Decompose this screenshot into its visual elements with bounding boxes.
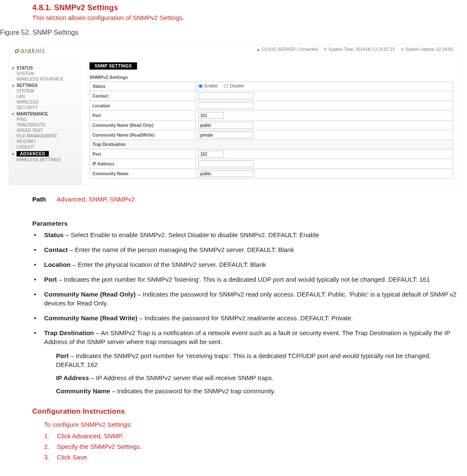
param-trap-port: Port – Indicates the SNMPv2 port number … bbox=[56, 351, 459, 369]
systime-value: 2014-06-13 22:07:15 bbox=[355, 47, 395, 52]
sidebar-item-wireless-settings[interactable]: WIRELESS SETTINGS bbox=[17, 157, 78, 162]
sidebar-item-ping[interactable]: PING bbox=[17, 117, 78, 122]
param-trap-dest: Trap Destination – An SNMPv2 Trap is a n… bbox=[32, 328, 459, 395]
screenshot-panel: araknis ▲CLOUD SERVER: Connected ↻System… bbox=[8, 44, 459, 185]
status-disable-radio[interactable] bbox=[224, 84, 228, 88]
param-comm-rw: Community Name (Read Write) – Indicates … bbox=[32, 314, 459, 322]
row-location-label: Location bbox=[90, 101, 196, 111]
systime-label: System Time: bbox=[328, 47, 354, 52]
row-comm-ro-label: Community Name (Read Only) bbox=[90, 120, 196, 130]
sidebar-item-wireless-interface[interactable]: WIRELESS INTERFACE bbox=[17, 77, 78, 81]
refresh-icon: ↻ bbox=[324, 47, 327, 52]
tab-snmp-settings[interactable]: SNMP SETTINGS bbox=[89, 62, 137, 70]
parameters-list: Status – Select Enable to enable SNMPv2.… bbox=[32, 230, 459, 395]
sidebar: ✔STATUS SYSTEM WIRELESS INTERFACE ●SETTI… bbox=[9, 62, 82, 185]
sidebar-item-logout[interactable]: LOGOUT bbox=[17, 145, 78, 149]
figure-caption: Figure 52. SNMP Settings bbox=[0, 29, 467, 36]
step-2: Specify the SNMPv2 Settings. bbox=[44, 443, 467, 450]
row-comm-rw-label: Community Name (Read/Write) bbox=[90, 130, 196, 140]
sidebar-item-restart[interactable]: RESTART bbox=[17, 139, 78, 144]
uptime-value: 02:14:00 bbox=[436, 47, 453, 52]
status-bar: ▲CLOUD SERVER: Connected ↻System Time: 2… bbox=[256, 47, 453, 52]
dot-icon: ● bbox=[11, 83, 16, 88]
panel-title: SNMPv2 Settings bbox=[89, 75, 453, 80]
comm-ro-input[interactable] bbox=[199, 122, 254, 129]
port-input[interactable] bbox=[199, 112, 224, 119]
check-icon: ✔ bbox=[11, 66, 16, 70]
config-intro: To configure SNMPv2 Settings: bbox=[44, 421, 467, 428]
row-trap-dest: Trap Destination bbox=[90, 140, 453, 149]
path-label: Path bbox=[32, 196, 46, 203]
trap-port-input[interactable] bbox=[199, 151, 224, 157]
config-heading: Configuration Instructions bbox=[32, 407, 467, 416]
sidebar-item-traceroute[interactable]: TRACEROUTE bbox=[17, 123, 78, 127]
sidebar-item-system2[interactable]: SYSTEM bbox=[17, 89, 78, 93]
param-port: Port – Indicates the port number for SNM… bbox=[32, 275, 459, 284]
path-value: Advanced, SNMP, SNMPv2 bbox=[57, 196, 135, 203]
param-trap-ip: IP Address – IP Address of the SNMPv2 se… bbox=[56, 373, 459, 382]
status-disable-label: Disable bbox=[230, 84, 244, 88]
param-comm-ro: Community Name (Read Only) – Indicates t… bbox=[32, 290, 459, 308]
param-trap-comm: Community Name – Indicates the password … bbox=[56, 386, 459, 395]
check-icon: ✔ bbox=[11, 112, 16, 116]
snmp-settings-table: Status Enable Disable Contact Location P… bbox=[89, 81, 453, 179]
step-1: Click Advanced, SNMP. bbox=[44, 432, 467, 440]
parameters-heading: Parameters bbox=[32, 220, 467, 227]
comm-rw-input[interactable] bbox=[199, 132, 254, 138]
param-contact: Contact – Enter the name of the person m… bbox=[32, 245, 459, 254]
sidebar-item-lan[interactable]: LAN bbox=[17, 94, 78, 99]
row-trap-port-label: Port bbox=[90, 149, 196, 159]
row-contact-label: Contact bbox=[90, 91, 196, 101]
trap-ip-input[interactable] bbox=[199, 160, 254, 167]
sidebar-item-security[interactable]: SECURITY bbox=[17, 105, 78, 110]
location-input[interactable] bbox=[199, 102, 254, 109]
cloud-value: Connected bbox=[297, 47, 318, 52]
sidebar-item-filemgmt[interactable]: FILE MANAGEMENT bbox=[17, 134, 78, 138]
sidebar-item-wireless[interactable]: WIRELESS bbox=[17, 100, 78, 104]
row-port-label: Port bbox=[90, 111, 196, 120]
path-line: Path Advanced, SNMP, SNMPv2 bbox=[32, 196, 467, 203]
contact-input[interactable] bbox=[199, 92, 254, 99]
sidebar-item-speedtest[interactable]: SPEED TEST bbox=[17, 128, 78, 133]
sidebar-maintenance[interactable]: ✔MAINTENANCE bbox=[17, 112, 78, 116]
sidebar-advanced[interactable]: ●ADVANCED bbox=[17, 151, 78, 157]
status-enable-label: Enable bbox=[204, 84, 218, 88]
cloud-icon: ▲ bbox=[256, 47, 260, 52]
param-status: Status – Select Enable to enable SNMPv2.… bbox=[32, 230, 459, 239]
dot-icon: ● bbox=[11, 151, 16, 156]
uptime-label: System Uptime: bbox=[405, 47, 436, 52]
step-3: Click Save. bbox=[44, 454, 467, 461]
row-trap-comm-label: Community Name bbox=[90, 169, 196, 179]
section-subheading: This section allows configuration of SNM… bbox=[32, 14, 467, 21]
sidebar-status[interactable]: ✔STATUS bbox=[17, 66, 78, 70]
status-enable-radio[interactable] bbox=[199, 84, 203, 88]
sidebar-settings[interactable]: ●SETTINGS bbox=[17, 83, 78, 88]
config-steps: Click Advanced, SNMP. Specify the SNMPv2… bbox=[44, 432, 467, 461]
trap-comm-input[interactable] bbox=[199, 170, 254, 177]
param-location: Location – Enter the physical location o… bbox=[32, 260, 459, 269]
row-trap-ip-label: IP Address bbox=[90, 159, 196, 169]
logo: araknis bbox=[14, 47, 65, 55]
row-status-label: Status bbox=[90, 82, 196, 91]
cloud-label: CLOUD SERVER: bbox=[262, 47, 296, 52]
section-heading: 4.8.1. SNMPv2 Settings bbox=[32, 3, 467, 12]
sidebar-item-system[interactable]: SYSTEM bbox=[17, 71, 78, 76]
refresh-icon: ↻ bbox=[401, 47, 404, 52]
